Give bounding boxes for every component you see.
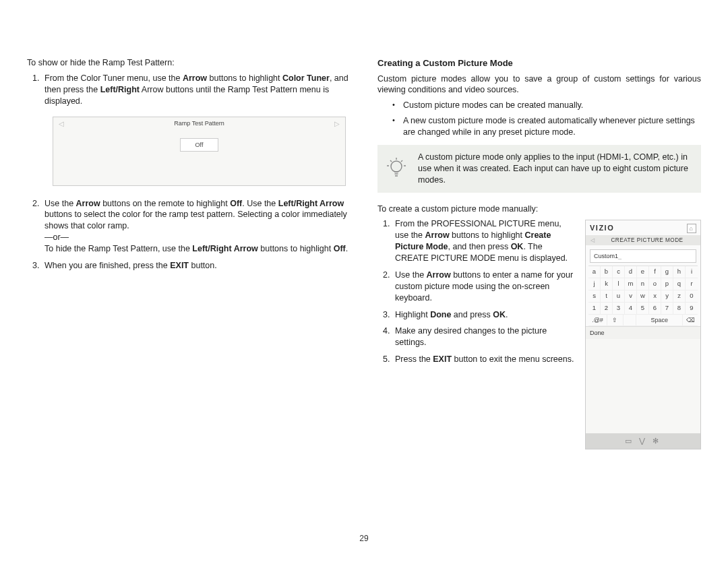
key[interactable]: 9	[686, 303, 698, 314]
key[interactable]: o	[649, 278, 661, 290]
bullet-1: Custom picture modes can be created manu…	[392, 100, 701, 111]
key[interactable]: r	[686, 278, 698, 290]
key[interactable]: 0	[686, 290, 698, 302]
device-subtitle: CREATE PICTURE MODE	[597, 237, 698, 244]
key[interactable]: 6	[649, 303, 661, 314]
tip-text: A custom picture mode only applies to th…	[418, 152, 693, 186]
right-intro: Custom picture modes allow you to save a…	[377, 73, 701, 96]
key[interactable]: e	[637, 266, 649, 278]
key[interactable]: s	[588, 290, 601, 302]
key[interactable]: c	[613, 266, 625, 278]
or-separator: —or—	[44, 232, 351, 243]
key[interactable]: m	[625, 278, 637, 290]
key[interactable]: i	[686, 266, 698, 278]
left-step-2: Use the Arrow buttons on the remote to h…	[42, 198, 351, 255]
tip-box: A custom picture mode only applies to th…	[377, 145, 701, 193]
right-heading: Creating a Custom Picture Mode	[377, 57, 701, 69]
device-blank-area	[586, 339, 700, 433]
key[interactable]: 2	[601, 303, 613, 314]
key-space[interactable]: Space	[636, 315, 683, 325]
left-intro: To show or hide the Ramp Test Pattern:	[27, 57, 351, 69]
ramp-left-arrow-icon[interactable]: ◁	[53, 119, 69, 129]
key[interactable]: 3	[613, 303, 625, 314]
key[interactable]: d	[625, 266, 637, 278]
ramp-title: Ramp Test Pattern	[69, 119, 329, 127]
device-header: VIZIO ⌂	[586, 220, 700, 235]
left-step-1: From the Color Tuner menu, use the Arrow…	[42, 73, 351, 186]
key[interactable]: v	[625, 290, 637, 302]
key[interactable]: g	[661, 266, 673, 278]
key[interactable]: k	[601, 278, 613, 290]
key[interactable]: t	[601, 290, 613, 302]
kbd-row-2: jklmnopqr	[588, 278, 698, 290]
key[interactable]: x	[649, 290, 661, 302]
color-tuner-bold: Color Tuner	[282, 73, 330, 83]
key-backspace-icon[interactable]: ⌫	[683, 315, 698, 325]
key[interactable]: f	[649, 266, 661, 278]
ramp-right-arrow-icon[interactable]: ▷	[329, 119, 345, 129]
kbd-row-3: stuvwxyz0	[588, 290, 698, 303]
device-name-input[interactable]: Custom1_	[590, 249, 696, 263]
key[interactable]: 5	[637, 303, 649, 314]
key[interactable]: n	[637, 278, 649, 290]
key[interactable]: 1	[588, 303, 601, 314]
key[interactable]: l	[613, 278, 625, 290]
key[interactable]: q	[673, 278, 686, 290]
key[interactable]: w	[637, 290, 649, 302]
key-blank[interactable]	[624, 315, 636, 325]
lightbulb-icon	[384, 152, 408, 186]
left-steps: From the Color Tuner menu, use the Arrow…	[27, 73, 351, 272]
home-icon[interactable]: ⌂	[687, 224, 696, 233]
kbd-row-fn: .@# ⇧ Space ⌫	[588, 315, 698, 326]
device-back-arrow-icon[interactable]: ◁	[588, 237, 597, 244]
device-done-row[interactable]: Done	[586, 326, 700, 339]
right-column: Creating a Custom Picture Mode Custom pi…	[377, 57, 701, 454]
ramp-test-pattern-box: ◁ Ramp Test Pattern ▷ Off	[53, 117, 346, 186]
page-number: 29	[0, 534, 728, 543]
device-subheader: ◁ CREATE PICTURE MODE	[586, 235, 700, 245]
device-footer-icons[interactable]: ▭ ⋁ ✻	[586, 433, 700, 449]
key[interactable]: j	[588, 278, 601, 290]
key-shift-icon[interactable]: ⇧	[607, 315, 624, 325]
kbd-row-4: 123456789	[588, 303, 698, 315]
key-symbols[interactable]: .@#	[588, 315, 607, 325]
key[interactable]: y	[661, 290, 673, 302]
ramp-body: Off	[53, 131, 345, 185]
left-step-3: When you are finished, press the EXIT bu…	[42, 260, 351, 272]
left-column: To show or hide the Ramp Test Pattern: F…	[27, 57, 351, 454]
right-bullets: Custom picture modes can be created manu…	[377, 100, 701, 138]
key[interactable]: a	[588, 266, 601, 278]
key[interactable]: h	[673, 266, 686, 278]
bullet-2: A new custom picture mode is created aut…	[392, 115, 701, 138]
key[interactable]: z	[673, 290, 686, 302]
device-brand: VIZIO	[590, 223, 614, 233]
ramp-off-button[interactable]: Off	[180, 138, 219, 152]
key[interactable]: b	[601, 266, 613, 278]
key[interactable]: p	[661, 278, 673, 290]
key[interactable]: 8	[673, 303, 686, 314]
ramp-header: ◁ Ramp Test Pattern ▷	[53, 117, 345, 131]
kbd-row-1: abcdefghi	[588, 266, 698, 278]
svg-point-0	[391, 161, 402, 172]
device-keyboard: abcdefghi jklmnopqr stuvwxyz0 123456789	[588, 266, 698, 325]
arrow-bold: Arrow	[183, 73, 207, 83]
device-create-picture-mode: VIZIO ⌂ ◁ CREATE PICTURE MODE Custom1_ a…	[585, 220, 701, 449]
create-intro: To create a custom picture mode manually…	[377, 204, 701, 215]
leftright-bold: Left/Right	[100, 85, 140, 94]
key[interactable]: 4	[625, 303, 637, 314]
key[interactable]: 7	[661, 303, 673, 314]
key[interactable]: u	[613, 290, 625, 302]
